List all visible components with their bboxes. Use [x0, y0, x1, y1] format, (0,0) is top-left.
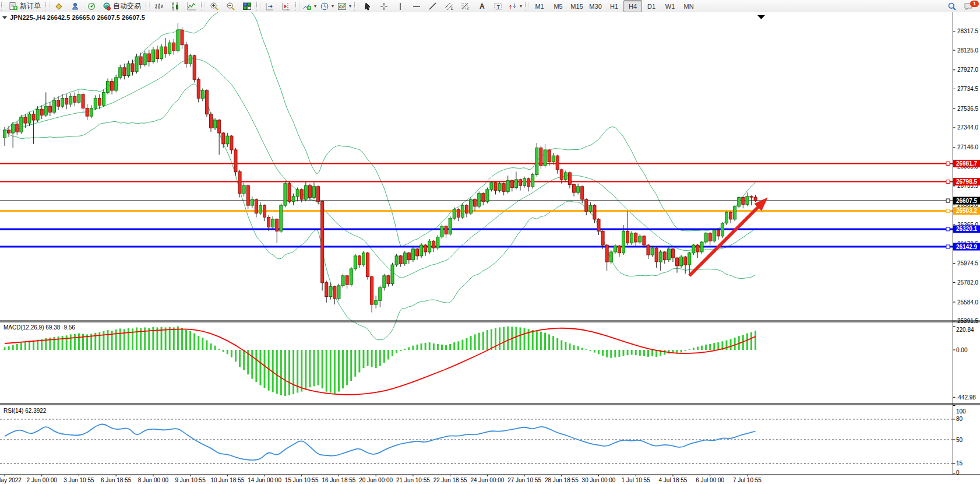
timeframe-button-m15[interactable]: M15 — [567, 0, 586, 12]
candle — [284, 181, 287, 208]
candle — [577, 184, 580, 195]
candle — [147, 50, 150, 66]
strategy-tester-button[interactable] — [83, 0, 100, 12]
candle — [630, 231, 633, 245]
svg-text:T: T — [497, 3, 500, 9]
timeframe-button-m30[interactable]: M30 — [586, 0, 605, 12]
candle — [411, 247, 414, 262]
label-button[interactable]: T — [490, 0, 506, 12]
price-tick-label: 27536.5 — [957, 106, 979, 112]
bars-icon — [154, 2, 164, 11]
price-tick-label: 28125.0 — [957, 47, 979, 54]
data-window-button[interactable] — [67, 0, 83, 12]
candle-chart-button[interactable] — [167, 0, 184, 12]
arrows-button[interactable]: ▾ — [506, 0, 524, 12]
candle — [445, 225, 447, 238]
yellow-diamond-icon — [54, 2, 64, 11]
horizontal-line-button[interactable] — [408, 0, 425, 12]
timeframe-button-mn[interactable]: MN — [679, 0, 698, 12]
periods-button[interactable]: ▾ — [318, 0, 336, 12]
trendline-button[interactable] — [425, 0, 441, 12]
tile-windows-button[interactable] — [239, 0, 255, 12]
price-tick-label: 25782.0 — [957, 279, 979, 286]
candle — [573, 184, 576, 197]
toolbar-group-handle — [45, 2, 50, 10]
candle — [432, 240, 435, 252]
candle — [82, 92, 84, 112]
candle — [73, 92, 76, 106]
indicators-button[interactable]: ▾ — [301, 0, 318, 12]
candle — [28, 112, 31, 126]
candle — [123, 64, 126, 79]
toolbar-group-handle — [201, 2, 205, 10]
timeframe-button-d1[interactable]: D1 — [642, 0, 661, 12]
candle — [65, 94, 68, 109]
auto-trading-button[interactable]: 自动交易 — [100, 0, 144, 12]
level-anchor[interactable] — [946, 162, 950, 165]
chart-shift-marker[interactable] — [757, 15, 765, 19]
text-button[interactable]: A — [474, 0, 490, 12]
candle — [193, 55, 196, 83]
candle — [69, 93, 72, 107]
level-anchor[interactable] — [946, 227, 950, 231]
candle — [313, 183, 316, 199]
candle — [626, 211, 629, 245]
candle — [8, 126, 10, 137]
timeframe-button-h4[interactable]: H4 — [623, 0, 642, 12]
fibonacci-button[interactable]: F — [457, 0, 474, 12]
cursor-button[interactable] — [359, 0, 376, 12]
price-tick-label: 25391.5 — [957, 318, 979, 324]
bar-chart-button[interactable] — [151, 0, 167, 12]
level-anchor[interactable] — [946, 245, 950, 248]
crosshair-button[interactable] — [376, 0, 392, 12]
market-watch-button[interactable] — [51, 0, 67, 12]
candle — [119, 65, 122, 79]
candle — [478, 191, 481, 208]
macd-label: MACD(12,26,9) 69.38 -9.56 — [3, 324, 75, 331]
cursor-icon — [363, 2, 372, 11]
template-button[interactable]: ▾ — [336, 0, 353, 12]
trend-arrow[interactable] — [689, 198, 768, 276]
candle — [325, 280, 328, 302]
candle — [614, 244, 616, 254]
candle — [746, 192, 749, 206]
vertical-line-button[interactable] — [392, 0, 408, 12]
candle — [544, 144, 547, 168]
level-anchor[interactable] — [946, 209, 950, 213]
channel-button[interactable]: E — [441, 0, 457, 12]
new-order-button[interactable]: 新订单 — [6, 0, 44, 12]
timeframe-button-h1[interactable]: H1 — [605, 0, 623, 12]
candle — [205, 89, 208, 117]
candle — [189, 54, 192, 66]
template-icon — [337, 2, 347, 11]
candle — [181, 27, 184, 48]
auto-scroll-button[interactable] — [262, 0, 278, 12]
candle — [57, 96, 60, 110]
timeframe-button-m5[interactable]: M5 — [549, 0, 567, 12]
timeframe-button-m1[interactable]: M1 — [530, 0, 549, 12]
timeframe-button-w1[interactable]: W1 — [661, 0, 679, 12]
search-button[interactable] — [944, 0, 960, 12]
chart-window[interactable]: JPN225-,H4 26642.5 26665.0 26607.5 26607… — [0, 12, 980, 484]
level-anchor[interactable] — [946, 180, 950, 184]
zoom-in-button[interactable] — [206, 0, 223, 12]
level-price-label: 26607.5 — [953, 197, 980, 205]
candle — [226, 133, 229, 147]
line-chart-button[interactable] — [184, 0, 200, 12]
candle — [556, 155, 559, 173]
vline-icon — [396, 2, 405, 11]
candle — [725, 211, 728, 225]
candle — [754, 195, 757, 202]
candle — [671, 248, 674, 262]
svg-text:26142.9: 26142.9 — [956, 244, 978, 250]
notifications-button[interactable]: 1 — [960, 0, 977, 12]
zoom-out-button[interactable] — [223, 0, 239, 12]
one-click-trading-arrow[interactable] — [2, 16, 7, 19]
candle — [585, 198, 588, 215]
candlestick-chart[interactable]: JPN225-,H4 26642.5 26665.0 26607.5 26607… — [0, 12, 980, 484]
arrows-icon — [508, 2, 517, 11]
candle — [185, 42, 188, 68]
svg-text:26607.5: 26607.5 — [956, 198, 978, 204]
chart-shift-button[interactable] — [278, 0, 294, 12]
level-anchor[interactable] — [946, 199, 950, 202]
